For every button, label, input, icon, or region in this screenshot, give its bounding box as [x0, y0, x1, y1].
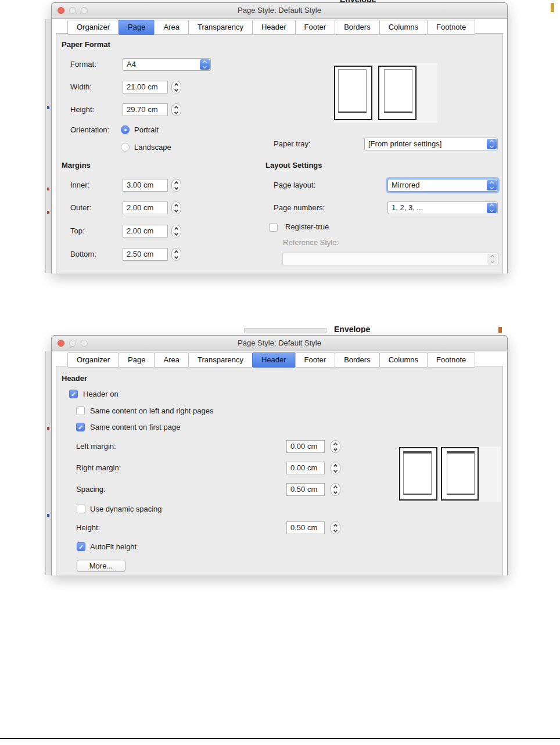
- tab-columns[interactable]: Columns: [379, 20, 428, 35]
- dialog-title: Page Style: Default Style: [52, 336, 507, 351]
- paper-tray-label: Paper tray:: [274, 139, 311, 149]
- bottom-margin-label: Bottom:: [70, 250, 96, 259]
- header-height-input[interactable]: 0.50 cm: [286, 521, 325, 534]
- tab-footnote[interactable]: Footnote: [427, 352, 475, 368]
- spinner-up-icon: [174, 203, 178, 207]
- dropdown-stepper-icon: [487, 180, 497, 190]
- close-button[interactable]: [58, 7, 64, 14]
- header-on-checkbox[interactable]: [69, 390, 78, 398]
- tab-transparency[interactable]: Transparency: [188, 352, 253, 368]
- tab-transparency[interactable]: Transparency: [188, 20, 253, 35]
- orientation-label: Orientation:: [70, 125, 109, 135]
- outer-margin-spinner[interactable]: [171, 201, 181, 214]
- height-spinner[interactable]: [171, 103, 181, 116]
- preview-right-page: [378, 66, 417, 120]
- tab-page[interactable]: Page: [119, 20, 155, 35]
- width-input[interactable]: 21.00 cm: [123, 81, 168, 93]
- minimize-button[interactable]: [69, 340, 76, 347]
- spinner-up-icon: [174, 82, 178, 87]
- same-content-left-right-checkbox[interactable]: [76, 406, 85, 415]
- format-dropdown[interactable]: A4: [123, 58, 211, 71]
- title-bar[interactable]: Page Style: Default Style: [52, 3, 507, 19]
- right-margin-spinner[interactable]: [331, 462, 340, 474]
- tab-columns[interactable]: Columns: [379, 352, 428, 368]
- close-button[interactable]: [58, 340, 64, 347]
- spinner-down-icon: [333, 468, 338, 472]
- top-margin-spinner[interactable]: [171, 225, 181, 237]
- spacing-spinner[interactable]: [331, 483, 340, 496]
- layout-settings-heading: Layout Settings: [265, 161, 322, 170]
- top-margin-label: Top:: [70, 226, 85, 236]
- spacing-label: Spacing:: [76, 485, 106, 494]
- register-true-checkbox[interactable]: [269, 223, 278, 232]
- inner-margin-label: Inner:: [70, 181, 89, 190]
- zoom-button[interactable]: [81, 7, 88, 14]
- page-layout-dropdown[interactable]: Mirrored: [387, 179, 498, 192]
- header-on-label: Header on: [83, 390, 119, 399]
- document-page: Envelope Envelope Page Style: Default St…: [0, 0, 560, 745]
- background-fragment: [498, 327, 502, 333]
- dialog-title: Page Style: Default Style: [52, 3, 507, 18]
- tab-header[interactable]: Header: [252, 20, 296, 35]
- paper-tray-dropdown[interactable]: [From printer settings]: [364, 138, 498, 150]
- spinner-up-icon: [174, 250, 178, 254]
- tab-area[interactable]: Area: [154, 20, 188, 35]
- header-height-spinner[interactable]: [331, 521, 340, 534]
- height-input[interactable]: 29.70 cm: [123, 103, 168, 116]
- bottom-margin-spinner[interactable]: [171, 248, 181, 261]
- outer-margin-label: Outer:: [70, 203, 91, 213]
- spacing-input[interactable]: 0.50 cm: [286, 483, 325, 496]
- spinner-up-icon: [333, 463, 338, 467]
- autofit-height-checkbox[interactable]: [77, 542, 85, 551]
- more-button[interactable]: More...: [77, 560, 125, 572]
- width-spinner[interactable]: [171, 81, 181, 93]
- left-margin-input[interactable]: 0.00 cm: [286, 440, 325, 453]
- tab-footnote[interactable]: Footnote: [427, 20, 475, 35]
- preview-left-page: [399, 447, 437, 501]
- page-numbers-dropdown[interactable]: 1, 2, 3, ...: [387, 201, 498, 214]
- window-controls: [58, 340, 88, 347]
- zoom-button[interactable]: [81, 340, 88, 347]
- tab-borders[interactable]: Borders: [335, 352, 380, 368]
- tab-area[interactable]: Area: [154, 352, 188, 368]
- inner-margin-input[interactable]: 3.00 cm: [123, 179, 168, 192]
- tab-footer[interactable]: Footer: [295, 352, 336, 368]
- inner-margin-spinner[interactable]: [171, 179, 181, 192]
- dropdown-stepper-icon: [487, 254, 497, 264]
- spinner-down-icon: [174, 110, 178, 114]
- same-content-first-page-label: Same content on first page: [90, 423, 180, 432]
- reference-style-label: Reference Style:: [283, 238, 339, 247]
- page-style-dialog-page-tab: Page Style: Default Style Organizer Page…: [51, 2, 508, 273]
- header-preview: [399, 447, 501, 502]
- portrait-radio[interactable]: [121, 125, 130, 134]
- outer-margin-input[interactable]: 2.00 cm: [123, 201, 168, 214]
- background-speck: [47, 106, 49, 109]
- title-bar[interactable]: Page Style: Default Style: [52, 336, 507, 351]
- background-speck: [47, 514, 49, 517]
- bottom-margin-input[interactable]: 2.50 cm: [123, 248, 168, 261]
- register-true-label: Register-true: [285, 222, 329, 232]
- dropdown-stepper-icon: [487, 139, 497, 149]
- spinner-up-icon: [174, 105, 178, 109]
- right-margin-input[interactable]: 0.00 cm: [286, 462, 325, 474]
- tab-borders[interactable]: Borders: [335, 20, 380, 35]
- tab-organizer[interactable]: Organizer: [67, 20, 119, 35]
- spinner-down-icon: [174, 231, 178, 235]
- left-margin-spinner[interactable]: [331, 440, 340, 453]
- tab-footer[interactable]: Footer: [295, 20, 336, 35]
- tab-page[interactable]: Page: [119, 352, 155, 368]
- top-margin-input[interactable]: 2.00 cm: [123, 225, 168, 237]
- minimize-button[interactable]: [69, 7, 76, 14]
- same-content-first-page-checkbox[interactable]: [76, 423, 85, 431]
- page-layout-value: Mirrored: [392, 181, 419, 189]
- tab-header[interactable]: Header: [252, 352, 296, 368]
- spinner-up-icon: [333, 485, 338, 489]
- landscape-radio[interactable]: [121, 143, 130, 152]
- background-fragment: [244, 328, 326, 333]
- window-controls: [58, 7, 88, 14]
- right-margin-label: Right margin:: [76, 463, 121, 473]
- tab-organizer[interactable]: Organizer: [67, 352, 119, 368]
- page-numbers-label: Page numbers:: [274, 203, 325, 213]
- use-dynamic-spacing-checkbox[interactable]: [77, 505, 85, 513]
- use-dynamic-spacing-label: Use dynamic spacing: [90, 505, 162, 514]
